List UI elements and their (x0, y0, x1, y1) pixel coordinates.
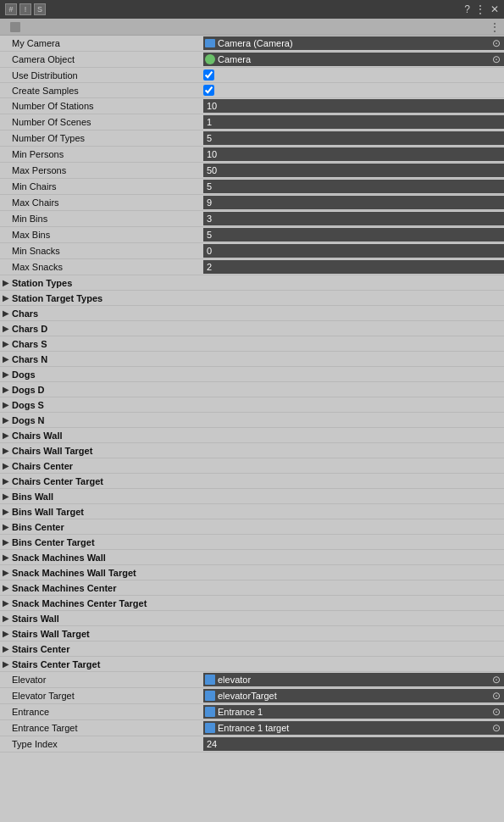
foldout-chairs-wall[interactable]: ▶Chairs Wall (0, 428, 504, 443)
field-input-number-of-types[interactable] (203, 131, 504, 145)
foldout-chars-n[interactable]: ▶Chars N (0, 352, 504, 367)
bottom-field-value: Entrance 1 target⊙ (203, 721, 504, 735)
foldout-label: Station Types (12, 278, 72, 288)
foldout-label: Bins Center (12, 522, 64, 532)
foldout-chars-d[interactable]: ▶Chars D (0, 321, 504, 336)
hash-icon[interactable]: # (5, 3, 17, 15)
ref-select-button[interactable]: ⊙ (490, 722, 502, 734)
field-input-min-chairs[interactable] (203, 180, 504, 193)
bottom-field-input-type-index[interactable] (203, 737, 504, 751)
field-row: Number Of Scenes (0, 114, 504, 131)
foldout-label: Stairs Wall Target (12, 629, 90, 639)
field-input-min-snacks[interactable] (203, 244, 504, 258)
field-row: Create Samples (0, 83, 504, 98)
foldout-stairs-center[interactable]: ▶Stairs Center (0, 641, 504, 657)
help-button[interactable]: ? (464, 3, 470, 15)
foldouts-container: ▶Station Types▶Station Target Types▶Char… (0, 275, 504, 672)
field-value-number-of-types (203, 131, 504, 145)
foldout-arrow-icon: ▶ (0, 492, 12, 501)
ref-field-gameobject: Camera⊙ (203, 53, 504, 66)
field-label-min-persons: Min Persons (0, 149, 203, 159)
camera-icon (205, 39, 215, 47)
field-label-use-distribution: Use Distribution (0, 70, 203, 81)
foldout-chairs-wall-target[interactable]: ▶Chairs Wall Target (0, 443, 504, 458)
bottom-field-row: Elevatorelevator⊙ (0, 672, 504, 688)
foldout-label: Snack Machines Wall Target (12, 568, 136, 578)
lock-icon[interactable]: ! (19, 3, 31, 15)
field-label-number-of-types: Number Of Types (0, 133, 203, 143)
field-input-min-persons[interactable] (203, 147, 504, 161)
checkbox-wrap[interactable] (203, 69, 214, 81)
foldout-station-target-types[interactable]: ▶Station Target Types (0, 291, 504, 306)
foldout-label: Chairs Wall Target (12, 446, 92, 456)
field-value-number-of-stations (203, 99, 504, 113)
field-label-create-samples: Create Samples (0, 86, 203, 96)
panel-menu-icon[interactable]: ⋮ (489, 20, 501, 34)
field-input-max-persons[interactable] (203, 164, 504, 177)
foldout-label: Dogs N (12, 415, 45, 425)
foldout-bins-center[interactable]: ▶Bins Center (0, 519, 504, 535)
foldout-label: Chairs Center (12, 461, 73, 471)
field-input-min-bins[interactable] (203, 212, 504, 225)
foldout-bins-wall[interactable]: ▶Bins Wall (0, 489, 504, 504)
ref-text-blue: Entrance 1 (218, 707, 488, 717)
menu-button[interactable]: ⋮ (475, 3, 485, 15)
bottom-field-value: elevatorTarget⊙ (203, 689, 504, 703)
ref-select-button[interactable]: ⊙ (490, 690, 502, 702)
foldout-chairs-center-target[interactable]: ▶Chairs Center Target (0, 474, 504, 489)
foldout-stairs-wall-target[interactable]: ▶Stairs Wall Target (0, 626, 504, 641)
checkbox-wrap[interactable] (203, 84, 214, 97)
foldout-station-types[interactable]: ▶Station Types (0, 275, 504, 291)
field-row: Max Snacks (0, 259, 504, 275)
field-value-my-camera: Camera (Camera)⊙ (203, 36, 504, 50)
close-button[interactable]: ✕ (490, 3, 499, 15)
bottom-field-value: elevator⊙ (203, 673, 504, 686)
foldout-label: Dogs S (12, 400, 44, 410)
bottom-field-value (203, 737, 504, 751)
foldout-label: Stairs Center (12, 644, 69, 654)
foldout-bins-center-target[interactable]: ▶Bins Center Target (0, 535, 504, 550)
field-input-max-chairs[interactable] (203, 196, 504, 209)
foldout-arrow-icon: ▶ (0, 598, 12, 608)
checkbox-create-samples[interactable] (203, 85, 214, 96)
foldout-arrow-icon: ▶ (0, 293, 12, 303)
foldout-snack-machines-wall[interactable]: ▶Snack Machines Wall (0, 550, 504, 565)
ref-select-button[interactable]: ⊙ (490, 37, 502, 49)
foldout-label: Snack Machines Wall (12, 553, 106, 563)
ref-select-button[interactable]: ⊙ (490, 53, 502, 65)
foldout-dogs-d[interactable]: ▶Dogs D (0, 382, 504, 397)
field-row: Min Snacks (0, 243, 504, 259)
bottom-field-value: Entrance 1⊙ (203, 705, 504, 719)
foldout-arrow-icon: ▶ (0, 354, 12, 364)
foldout-dogs-n[interactable]: ▶Dogs N (0, 413, 504, 428)
foldout-arrow-icon: ▶ (0, 476, 12, 486)
field-input-number-of-stations[interactable] (203, 99, 504, 113)
foldout-chars[interactable]: ▶Chars (0, 306, 504, 321)
field-input-max-bins[interactable] (203, 228, 504, 242)
field-input-number-of-scenes[interactable] (203, 115, 504, 129)
foldout-bins-wall-target[interactable]: ▶Bins Wall Target (0, 504, 504, 519)
bottom-field-row: Elevator TargetelevatorTarget⊙ (0, 688, 504, 704)
blue-ref-icon (205, 691, 215, 701)
ref-select-button[interactable]: ⊙ (490, 706, 502, 718)
foldout-snack-machines-wall-target[interactable]: ▶Snack Machines Wall Target (0, 565, 504, 580)
field-row: Max Persons (0, 163, 504, 179)
bottom-field-label-entrance-target: Entrance Target (0, 723, 203, 733)
foldout-dogs[interactable]: ▶Dogs (0, 367, 504, 382)
foldout-chars-s[interactable]: ▶Chars S (0, 336, 504, 352)
foldout-arrow-icon: ▶ (0, 446, 12, 455)
field-input-max-snacks[interactable] (203, 260, 504, 274)
foldout-snack-machines-center[interactable]: ▶Snack Machines Center (0, 580, 504, 596)
foldout-arrow-icon: ▶ (0, 522, 12, 531)
gameobject-icon (205, 54, 215, 64)
foldout-dogs-s[interactable]: ▶Dogs S (0, 397, 504, 413)
foldout-arrow-icon: ▶ (0, 461, 12, 470)
foldout-snack-machines-center-target[interactable]: ▶Snack Machines Center Target (0, 596, 504, 611)
foldout-chairs-center[interactable]: ▶Chairs Center (0, 458, 504, 474)
ref-field-blue: elevator⊙ (203, 673, 504, 686)
foldout-stairs-wall[interactable]: ▶Stairs Wall (0, 611, 504, 626)
ref-select-button[interactable]: ⊙ (490, 674, 502, 686)
foldout-stairs-center-target[interactable]: ▶Stairs Center Target (0, 657, 504, 672)
script-icon-s[interactable]: S (34, 3, 46, 15)
checkbox-use-distribution[interactable] (203, 69, 214, 81)
